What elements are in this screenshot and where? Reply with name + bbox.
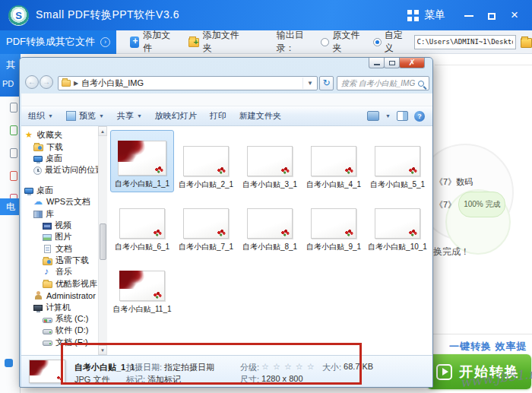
- toolbar-button[interactable]: 放映幻灯片: [155, 110, 197, 122]
- file-item[interactable]: 自考小白贴_1_1: [110, 130, 174, 192]
- toolbar-button[interactable]: 预览 ▼: [66, 110, 104, 122]
- file-item[interactable]: 自考小白贴_8_1: [238, 192, 302, 255]
- file-item[interactable]: 自考小白贴_7_1: [174, 192, 238, 255]
- file-name: 自考小白贴_8_1: [242, 242, 297, 252]
- shot-date-label: 拍摄日期:: [126, 362, 162, 373]
- nav-tree-item[interactable]: 下载: [21, 141, 98, 152]
- file-thumbnail: [247, 146, 293, 176]
- add-file-button[interactable]: 添加文件: [130, 29, 175, 55]
- address-dropdown-icon[interactable]: ▼: [302, 78, 317, 89]
- output-option-radio[interactable]: 原文件夹: [321, 29, 362, 55]
- toolbar-button-label: 放映幻灯片: [155, 110, 197, 122]
- nav-tree-item[interactable]: Administrator: [21, 290, 98, 301]
- file-thumbnail: [183, 208, 229, 239]
- maximize-button[interactable]: [480, 0, 503, 30]
- file-type-icon[interactable]: [10, 103, 17, 113]
- nav-tree-item[interactable]: 桌面: [21, 153, 98, 164]
- sidebar-item-partial[interactable]: PD: [2, 79, 14, 88]
- file-type-icon[interactable]: [10, 125, 17, 135]
- file-thumbnail: [119, 271, 165, 301]
- breadcrumb-arrow-icon: ▶: [74, 80, 78, 87]
- nav-tree-item[interactable]: 收藏夹: [21, 129, 98, 141]
- nav-tree-item[interactable]: 文档 (E:): [21, 337, 98, 348]
- nav-tree-item-label: 音乐: [55, 266, 72, 277]
- preview-pane-icon[interactable]: [397, 111, 408, 121]
- sidebar-item-selected[interactable]: 电: [0, 198, 21, 215]
- rating-stars[interactable]: ☆ ☆ ☆ ☆ ☆: [261, 362, 315, 373]
- views-icon[interactable]: [367, 111, 379, 121]
- nav-tree-item[interactable]: WPS云文档: [21, 196, 98, 208]
- tags-value[interactable]: 添加标记: [147, 374, 181, 385]
- conversion-row[interactable]: 《7》 100% 完成: [430, 192, 532, 217]
- nav-tree-item[interactable]: 桌面: [21, 185, 98, 196]
- explorer-close-button[interactable]: ✗: [399, 58, 425, 68]
- explorer-maximize-button[interactable]: [384, 58, 400, 68]
- nav-tree-item-label: 桌面: [36, 185, 53, 196]
- file-item[interactable]: 自考小白贴_6_1: [110, 192, 174, 255]
- nav-tree-item[interactable]: [21, 176, 98, 185]
- nav-tree-item[interactable]: 视频: [21, 220, 98, 231]
- toolbar-button[interactable]: 打印: [210, 110, 226, 122]
- close-button[interactable]: ×: [503, 0, 526, 30]
- back-button[interactable]: ←: [25, 75, 39, 89]
- scrollbar-thumb[interactable]: [100, 223, 106, 260]
- nav-tree-item-label: WPS云文档: [46, 196, 90, 208]
- drive-c-icon: [43, 318, 52, 323]
- file-type-icon[interactable]: [10, 148, 17, 158]
- file-item[interactable]: 自考小白贴_10_1: [366, 192, 429, 255]
- add-folder-button[interactable]: 添加文件夹: [188, 29, 242, 55]
- output-option-radio[interactable]: 自定义: [373, 29, 407, 55]
- file-item[interactable]: 自考小白贴_4_1: [302, 130, 366, 192]
- nav-tree-item[interactable]: 音乐: [21, 266, 98, 277]
- drive-icon: [43, 341, 52, 346]
- file-item[interactable]: 自考小白贴_2_1: [174, 130, 238, 192]
- file-item[interactable]: 自考小白贴_11_1: [110, 255, 174, 317]
- nav-tree-item[interactable]: 文档: [21, 243, 98, 255]
- toolbar-button[interactable]: 新建文件夹: [239, 110, 281, 122]
- explorer-minimize-button[interactable]: [369, 58, 385, 68]
- sidebar-item-partial[interactable]: 其: [6, 59, 15, 71]
- file-item[interactable]: 自考小白贴_3_1: [238, 130, 302, 192]
- nav-tree-item[interactable]: 优酷影视库: [21, 278, 98, 290]
- menu-button[interactable]: 菜单: [407, 8, 445, 22]
- sidebar-scrollbar[interactable]: ▲ ▼: [98, 126, 107, 355]
- nav-tree-item[interactable]: 软件 (D:): [21, 325, 98, 336]
- toolbar-button-label: 组织: [28, 110, 45, 122]
- maximize-icon: [389, 61, 395, 65]
- file-item[interactable]: 自考小白贴_5_1: [366, 130, 429, 192]
- browse-folder-icon[interactable]: [521, 38, 532, 48]
- file-name: 自考小白贴_7_1: [179, 242, 233, 252]
- file-thumbnail: [375, 146, 420, 176]
- search-input[interactable]: 搜索 自考小白贴_IMG: [337, 76, 429, 90]
- help-icon[interactable]: ?: [414, 111, 425, 122]
- nav-tree-item[interactable]: 计算机: [21, 301, 98, 312]
- nav-tree-item[interactable]: 库: [21, 208, 98, 219]
- size-value: 68.7 KB: [344, 362, 373, 373]
- file-thumbnail: [311, 146, 356, 176]
- address-bar[interactable]: ▶ 自考小白贴_IMG ▼: [58, 76, 318, 90]
- shot-date-value[interactable]: 指定拍摄日期: [164, 362, 214, 373]
- refresh-button[interactable]: ↻: [319, 76, 334, 90]
- file-type-icon[interactable]: [10, 171, 17, 181]
- nav-tree-item-label: 迅雷下载: [55, 255, 89, 266]
- progress-badge: 100% 完成: [458, 192, 505, 217]
- nav-tree-item[interactable]: 系统 (C:): [21, 313, 98, 325]
- toolbar-button[interactable]: 组织 ▼: [28, 110, 53, 122]
- tab-pdf-to-other[interactable]: PDF转换成其它文件 ›: [0, 30, 116, 54]
- nav-tree-item[interactable]: 最近访问的位置: [21, 164, 98, 176]
- preview-icon: [66, 111, 76, 121]
- chevron-down-icon[interactable]: ▼: [385, 113, 391, 119]
- monitor-icon: [33, 156, 43, 162]
- expand-icon: ›: [100, 37, 110, 47]
- toolbar-button[interactable]: 共享 ▼: [117, 110, 142, 122]
- nav-tree-item[interactable]: 迅雷下载: [21, 255, 98, 266]
- conversion-row[interactable]: 《7》数码: [430, 172, 532, 192]
- nav-tree-item[interactable]: 图片: [21, 231, 98, 242]
- selected-file-thumbnail: [29, 360, 65, 383]
- file-item[interactable]: 自考小白贴_9_1: [302, 192, 366, 255]
- scroll-down-icon[interactable]: ▼: [98, 345, 107, 355]
- output-path-input[interactable]: [414, 35, 516, 49]
- scroll-up-icon[interactable]: ▲: [98, 126, 107, 136]
- minimize-button[interactable]: [458, 0, 480, 30]
- forward-button[interactable]: →: [40, 75, 53, 89]
